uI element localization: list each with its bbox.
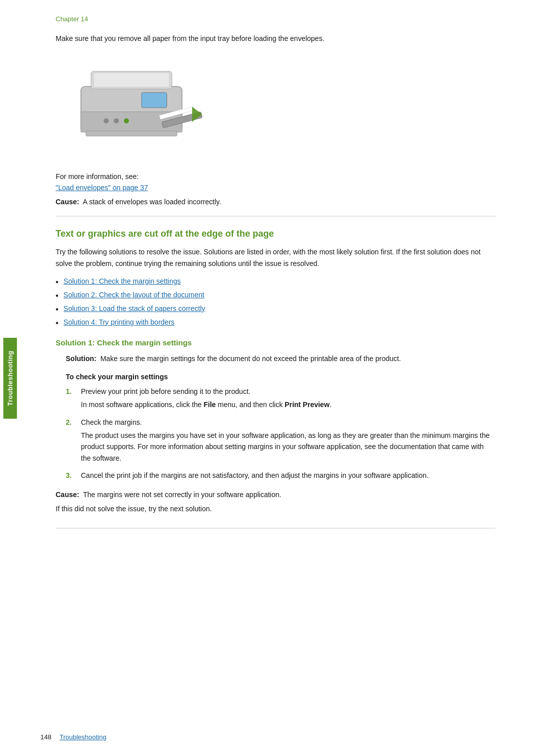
steps-list: 1. Preview your print job before sending… [66,386,495,481]
solution1-body: Make sure the margin settings for the do… [100,354,401,363]
cause-label-bold: Cause: [56,198,79,206]
step2-main: Check the margins. [81,418,142,426]
step-content-2: Check the margins. The product uses the … [81,417,495,464]
cause-envelopes-line: Cause: A stack of envelopes was loaded i… [56,198,495,206]
footer-troubleshooting-link[interactable]: Troubleshooting [60,733,107,741]
list-item: Solution 1: Check the margin settings [56,277,495,288]
solution2-link[interactable]: Solution 2: Check the layout of the docu… [64,291,205,299]
page-footer: 148 Troubleshooting [40,733,526,741]
list-item: Solution 2: Check the layout of the docu… [56,291,495,301]
print-preview-bold: Print Preview [285,401,330,409]
page-number: 148 [40,733,52,741]
step1-sub: In most software applications, click the… [81,399,495,410]
section-intro: Try the following solutions to resolve t… [56,246,495,269]
intro-text: Make sure that you remove all paper from… [56,33,495,44]
list-item: Solution 3: Load the stack of papers cor… [56,304,495,315]
file-bold: File [204,401,216,409]
solutions-list: Solution 1: Check the margin settings So… [56,277,495,328]
step-3: 3. Cancel the print job if the margins a… [66,470,495,481]
printer-image [66,56,207,157]
procedure-heading: To check your margin settings [66,373,495,381]
svg-rect-10 [86,131,177,136]
solution1-heading: Solution 1: Check the margin settings [56,338,495,347]
svg-marker-9 [192,107,202,122]
step-number-2: 2. [66,417,76,428]
solution3-link[interactable]: Solution 3: Load the stack of papers cor… [64,304,205,313]
step2-sub: The product uses the margins you have se… [81,430,495,464]
step-content-1: Preview your print job before sending it… [81,386,495,411]
solution1-text: Solution: Make sure the margin settings … [56,353,495,364]
step-number-1: 1. [66,386,76,397]
svg-point-6 [124,118,129,123]
cause-envelopes-text: A stack of envelopes was loaded incorrec… [83,198,221,206]
cause1-label: Cause: [56,491,79,499]
svg-rect-11 [142,93,167,108]
solution1-link[interactable]: Solution 1: Check the margin settings [64,277,181,285]
step-number-3: 3. [66,470,76,481]
step-2: 2. Check the margins. The product uses t… [66,417,495,464]
list-item: Solution 4: Try printing with borders [56,318,495,329]
if-not-solved: If this did not solve the issue, try the… [56,505,495,513]
solution1-bold: Solution: [66,354,97,363]
solution4-link[interactable]: Solution 4: Try printing with borders [64,318,174,326]
svg-point-5 [114,118,119,123]
main-content: Chapter 14 Make sure that you remove all… [15,0,526,756]
for-more-info-label: For more information, see: [56,172,495,181]
section-heading: Text or graphics are cut off at the edge… [56,229,495,239]
divider-1 [56,216,495,216]
chapter-label: Chapter 14 [56,15,495,23]
svg-point-4 [104,118,109,123]
step-1: 1. Preview your print job before sending… [66,386,495,411]
cause1-block: Cause: The margins were not set correctl… [56,489,495,500]
divider-2 [56,528,495,528]
side-tab-troubleshooting: Troubleshooting [4,338,17,419]
svg-rect-2 [94,73,169,87]
cause1-text: The margins were not set correctly in yo… [83,491,281,499]
load-envelopes-link[interactable]: "Load envelopes" on page 37 [56,184,148,192]
step-content-3: Cancel the print job if the margins are … [81,470,495,481]
step3-main: Cancel the print job if the margins are … [81,471,429,479]
step1-main: Preview your print job before sending it… [81,387,250,395]
